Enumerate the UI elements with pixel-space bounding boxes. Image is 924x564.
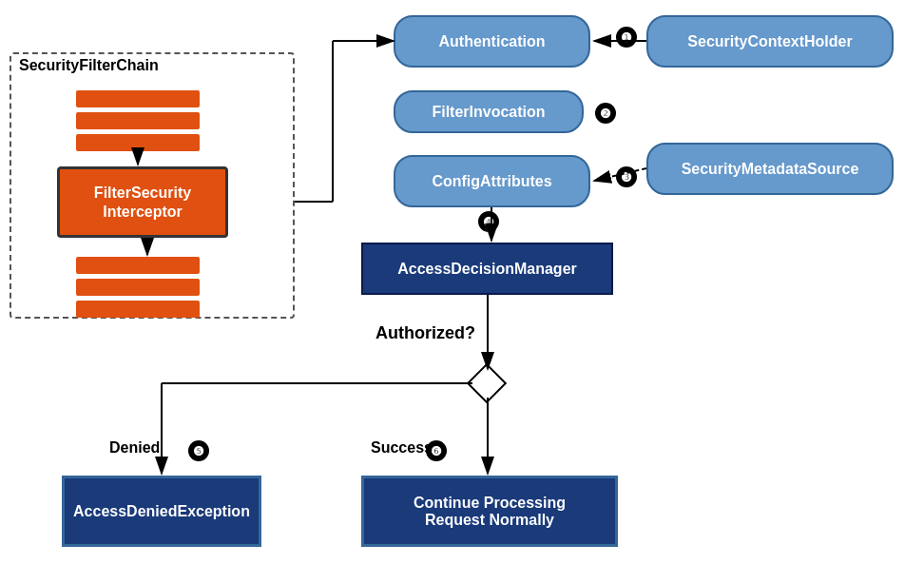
- filter-bar-top-2: [76, 112, 200, 129]
- access-denied-exception-box: AccessDeniedException: [62, 476, 261, 547]
- filter-bar-bottom-1: [76, 257, 200, 274]
- filter-security-interceptor-box: FilterSecurityInterceptor: [57, 166, 228, 238]
- continue-processing-box: Continue ProcessingRequest Normally: [361, 476, 618, 547]
- num-circle-2: ❷: [595, 103, 616, 124]
- adm-label: AccessDecisionManager: [397, 261, 577, 278]
- security-metadata-source-box: SecurityMetadataSource: [646, 143, 894, 195]
- sch-label: SecurityContextHolder: [687, 33, 852, 50]
- filter-chain-label: SecurityFilterChain: [19, 57, 159, 74]
- num-circle-3: ❸: [616, 166, 637, 187]
- auth-label: Authentication: [439, 33, 546, 50]
- config-attributes-box: ConfigAttributes: [394, 155, 590, 207]
- filter-bar-top-3: [76, 134, 200, 151]
- ade-label: AccessDeniedException: [73, 503, 250, 520]
- num-circle-4: ❹: [478, 211, 499, 232]
- fi-label: FilterInvocation: [432, 104, 545, 121]
- security-context-holder-box: SecurityContextHolder: [646, 15, 894, 68]
- filter-bar-top-1: [76, 90, 200, 107]
- cp-label: Continue ProcessingRequest Normally: [414, 495, 566, 529]
- decision-diamond: [467, 363, 507, 403]
- success-label: Success: [371, 439, 433, 457]
- filter-bar-bottom-2: [76, 279, 200, 296]
- denied-label: Denied: [109, 439, 160, 457]
- filter-invocation-box: FilterInvocation: [394, 90, 584, 133]
- access-decision-manager-box: AccessDecisionManager: [361, 243, 613, 295]
- num-circle-1: ❶: [616, 27, 637, 48]
- diagram: SecurityFilterChain FilterSecurityInterc…: [0, 0, 924, 564]
- fsi-label: FilterSecurityInterceptor: [94, 184, 191, 220]
- authentication-box: Authentication: [394, 15, 590, 68]
- num-circle-5: ❺: [188, 440, 209, 461]
- authorized-label: Authorized?: [375, 323, 475, 343]
- ca-label: ConfigAttributes: [432, 173, 551, 190]
- sms-label: SecurityMetadataSource: [682, 161, 859, 178]
- filter-bar-bottom-3: [76, 301, 200, 318]
